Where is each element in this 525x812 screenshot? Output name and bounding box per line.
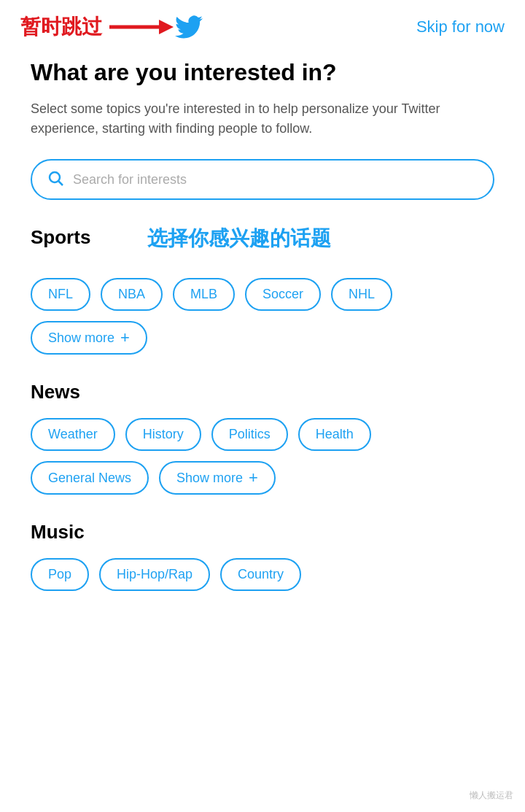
watermark: 懒人搬运君 — [470, 789, 513, 802]
music-section-title: Music — [31, 521, 494, 544]
news-show-more-button[interactable]: Show more + — [159, 461, 276, 495]
news-section-title: News — [31, 381, 494, 403]
chip-country[interactable]: Country — [220, 558, 301, 591]
header: 暂时跳过 Skip for now — [0, 0, 525, 51]
chip-weather[interactable]: Weather — [31, 418, 115, 451]
chip-general-news[interactable]: General News — [31, 461, 149, 495]
twitter-bird-icon — [175, 15, 203, 39]
chip-nhl[interactable]: NHL — [331, 278, 392, 311]
sports-section-title: Sports — [31, 226, 90, 249]
main-content: What are you interested in? Select some … — [0, 51, 525, 639]
page-subtitle: Select some topics you're interested in … — [31, 99, 494, 139]
arrow-icon — [109, 17, 175, 37]
plus-icon: + — [120, 330, 130, 346]
skip-for-now-button[interactable]: Skip for now — [416, 18, 505, 36]
chinese-skip-label: 暂时跳过 — [20, 13, 102, 41]
search-input[interactable] — [73, 172, 478, 187]
chip-history[interactable]: History — [125, 418, 201, 451]
svg-point-2 — [50, 172, 60, 182]
search-bar[interactable] — [31, 159, 494, 200]
chip-nfl[interactable]: NFL — [31, 278, 90, 311]
music-chips: Pop Hip-Hop/Rap Country — [31, 558, 494, 591]
chip-health[interactable]: Health — [298, 418, 371, 451]
music-section: Music Pop Hip-Hop/Rap Country — [31, 521, 494, 591]
svg-marker-1 — [159, 20, 174, 34]
search-icon — [47, 169, 64, 190]
page-title: What are you interested in? — [31, 58, 494, 86]
news-section: News Weather History Politics Health Gen… — [31, 381, 494, 495]
chip-pop[interactable]: Pop — [31, 558, 89, 591]
sports-show-more-button[interactable]: Show more + — [31, 321, 147, 355]
news-chips: Weather History Politics Health General … — [31, 418, 494, 495]
sports-title-area: Sports 选择你感兴趣的话题 — [31, 226, 494, 263]
chip-politics[interactable]: Politics — [211, 418, 288, 451]
sports-section: Sports 选择你感兴趣的话题 NFL NBA MLB Soccer NHL … — [31, 226, 494, 355]
chip-nba[interactable]: NBA — [101, 278, 163, 311]
svg-line-3 — [59, 182, 63, 186]
plus-icon-news: + — [249, 470, 258, 486]
chip-hiphop-rap[interactable]: Hip-Hop/Rap — [99, 558, 210, 591]
header-left: 暂时跳过 — [20, 13, 203, 41]
chip-mlb[interactable]: MLB — [173, 278, 235, 311]
red-arrow-decoration — [109, 15, 203, 39]
sports-chips: NFL NBA MLB Soccer NHL Show more + — [31, 278, 494, 355]
chip-soccer[interactable]: Soccer — [245, 278, 321, 311]
chinese-topic-label: 选择你感兴趣的话题 — [147, 225, 331, 252]
